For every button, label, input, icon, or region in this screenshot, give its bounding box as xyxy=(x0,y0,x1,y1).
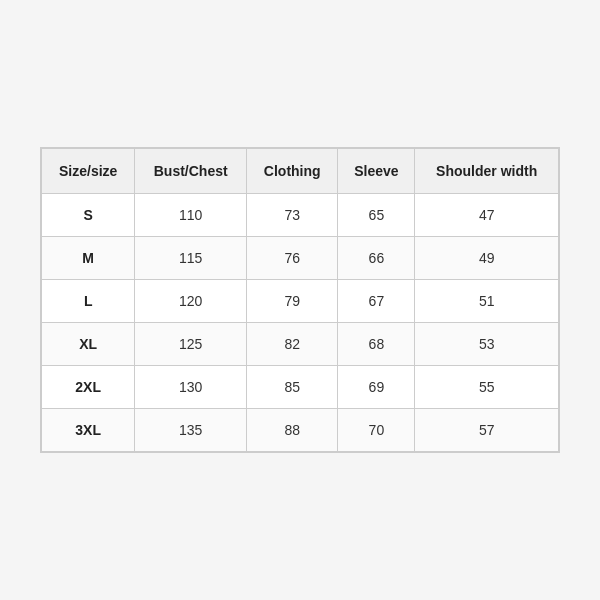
table-cell-4-3: 69 xyxy=(338,366,415,409)
table-row: XL125826853 xyxy=(42,323,559,366)
table-cell-1-3: 66 xyxy=(338,237,415,280)
table-cell-2-0: L xyxy=(42,280,135,323)
table-cell-4-4: 55 xyxy=(415,366,559,409)
table-row: M115766649 xyxy=(42,237,559,280)
table-cell-5-0: 3XL xyxy=(42,409,135,452)
table-cell-4-2: 85 xyxy=(246,366,337,409)
table-cell-5-2: 88 xyxy=(246,409,337,452)
table-cell-4-1: 130 xyxy=(135,366,247,409)
table-cell-0-0: S xyxy=(42,194,135,237)
table-cell-1-1: 115 xyxy=(135,237,247,280)
table-cell-3-4: 53 xyxy=(415,323,559,366)
table-cell-0-1: 110 xyxy=(135,194,247,237)
table-cell-5-3: 70 xyxy=(338,409,415,452)
table-header-2: Clothing xyxy=(246,149,337,194)
table-cell-1-4: 49 xyxy=(415,237,559,280)
table-cell-0-3: 65 xyxy=(338,194,415,237)
table-header-0: Size/size xyxy=(42,149,135,194)
table-cell-3-2: 82 xyxy=(246,323,337,366)
table-row: 3XL135887057 xyxy=(42,409,559,452)
table-header-1: Bust/Chest xyxy=(135,149,247,194)
table-cell-1-2: 76 xyxy=(246,237,337,280)
table-cell-5-4: 57 xyxy=(415,409,559,452)
table-cell-3-1: 125 xyxy=(135,323,247,366)
table-header-row: Size/sizeBust/ChestClothingSleeveShoulde… xyxy=(42,149,559,194)
table-cell-4-0: 2XL xyxy=(42,366,135,409)
table-cell-2-2: 79 xyxy=(246,280,337,323)
table-body: S110736547M115766649L120796751XL12582685… xyxy=(42,194,559,452)
table-row: 2XL130856955 xyxy=(42,366,559,409)
size-chart-table: Size/sizeBust/ChestClothingSleeveShoulde… xyxy=(41,148,559,452)
table-row: L120796751 xyxy=(42,280,559,323)
table-cell-3-3: 68 xyxy=(338,323,415,366)
table-cell-2-3: 67 xyxy=(338,280,415,323)
table-cell-2-4: 51 xyxy=(415,280,559,323)
table-cell-2-1: 120 xyxy=(135,280,247,323)
size-chart-container: Size/sizeBust/ChestClothingSleeveShoulde… xyxy=(40,147,560,453)
table-cell-0-2: 73 xyxy=(246,194,337,237)
table-cell-1-0: M xyxy=(42,237,135,280)
table-header-3: Sleeve xyxy=(338,149,415,194)
table-cell-0-4: 47 xyxy=(415,194,559,237)
table-cell-3-0: XL xyxy=(42,323,135,366)
table-cell-5-1: 135 xyxy=(135,409,247,452)
table-row: S110736547 xyxy=(42,194,559,237)
table-header-4: Shoulder width xyxy=(415,149,559,194)
